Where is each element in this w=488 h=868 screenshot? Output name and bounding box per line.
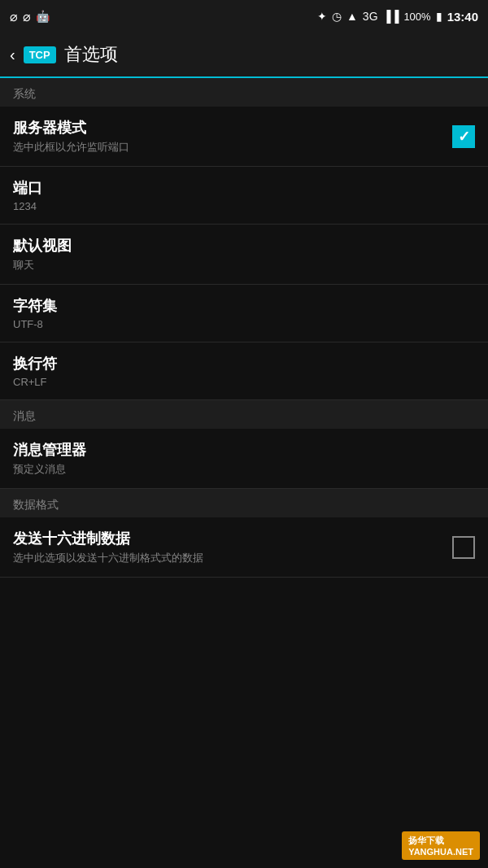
setting-text-2-0: 发送十六进制数据选中此选项以发送十六进制格式式的数据 <box>13 529 452 565</box>
tcp-badge: TCP <box>24 46 56 63</box>
section-header-0: 系统 <box>0 78 488 107</box>
setting-text-0-2: 默认视图聊天 <box>13 236 475 273</box>
usb-icon-2: ⌀ <box>23 9 31 24</box>
section-header-2: 数据格式 <box>0 489 488 517</box>
checkbox-checked[interactable]: ✓ <box>452 125 475 148</box>
setting-title-1-0: 消息管理器 <box>13 440 475 460</box>
setting-item-0-4[interactable]: 换行符CR+LF <box>0 342 488 400</box>
status-left: ⌀ ⌀ 🤖 <box>10 9 50 24</box>
setting-subtitle-0-3: UTF-8 <box>13 318 475 330</box>
watermark: 扬华下载YANGHUA.NET <box>402 831 480 860</box>
signal-label: 3G <box>363 10 378 23</box>
status-bar: ⌀ ⌀ 🤖 ✦ ◷ ▲ 3G ▐▐ 100% ▮ 13:40 <box>0 0 488 33</box>
setting-item-2-0[interactable]: 发送十六进制数据选中此选项以发送十六进制格式式的数据 <box>0 517 488 578</box>
setting-title-0-4: 换行符 <box>13 354 475 373</box>
setting-title-0-3: 字符集 <box>13 296 475 316</box>
setting-text-0-0: 服务器模式选中此框以允许监听端口 <box>13 118 452 155</box>
setting-title-0-0: 服务器模式 <box>13 118 452 137</box>
page-title: 首选项 <box>64 42 118 67</box>
setting-item-0-3[interactable]: 字符集UTF-8 <box>0 285 488 342</box>
app-bar: ‹ TCP 首选项 <box>0 33 488 78</box>
setting-item-1-0[interactable]: 消息管理器预定义消息 <box>0 429 488 489</box>
section-header-text-1: 消息 <box>13 409 36 422</box>
setting-item-0-0[interactable]: 服务器模式选中此框以允许监听端口✓ <box>0 107 488 167</box>
setting-text-0-3: 字符集UTF-8 <box>13 296 475 330</box>
setting-text-0-1: 端口1234 <box>13 178 475 212</box>
usb-icon-1: ⌀ <box>10 9 18 24</box>
section-header-text-2: 数据格式 <box>13 498 59 511</box>
setting-subtitle-0-0: 选中此框以允许监听端口 <box>13 140 452 155</box>
time-display: 13:40 <box>447 10 478 24</box>
section-header-text-0: 系统 <box>13 87 36 100</box>
android-icon: 🤖 <box>36 10 50 23</box>
setting-subtitle-0-1: 1234 <box>13 200 475 212</box>
status-right: ✦ ◷ ▲ 3G ▐▐ 100% ▮ 13:40 <box>317 10 478 24</box>
setting-text-1-0: 消息管理器预定义消息 <box>13 440 475 477</box>
back-button[interactable]: ‹ <box>10 46 15 64</box>
battery-text: 100% <box>403 11 430 23</box>
battery-icon: ▮ <box>436 10 442 23</box>
wifi-icon: ▲ <box>346 10 358 23</box>
setting-item-0-2[interactable]: 默认视图聊天 <box>0 225 488 285</box>
setting-subtitle-0-2: 聊天 <box>13 258 475 273</box>
setting-title-0-1: 端口 <box>13 178 475 198</box>
settings-content: 系统服务器模式选中此框以允许监听端口✓端口1234默认视图聊天字符集UTF-8换… <box>0 78 488 868</box>
setting-subtitle-0-4: CR+LF <box>13 376 475 388</box>
setting-title-0-2: 默认视图 <box>13 236 475 255</box>
alarm-icon: ◷ <box>332 10 342 23</box>
setting-item-0-1[interactable]: 端口1234 <box>0 167 488 225</box>
bluetooth-icon: ✦ <box>317 10 327 23</box>
setting-text-0-4: 换行符CR+LF <box>13 354 475 388</box>
checkbox-unchecked[interactable] <box>452 536 475 559</box>
section-header-1: 消息 <box>0 400 488 429</box>
checkmark-icon: ✓ <box>458 129 470 144</box>
setting-subtitle-1-0: 预定义消息 <box>13 462 475 477</box>
setting-title-2-0: 发送十六进制数据 <box>13 529 452 548</box>
setting-subtitle-2-0: 选中此选项以发送十六进制格式式的数据 <box>13 551 452 565</box>
signal-bars: ▐▐ <box>383 10 399 23</box>
